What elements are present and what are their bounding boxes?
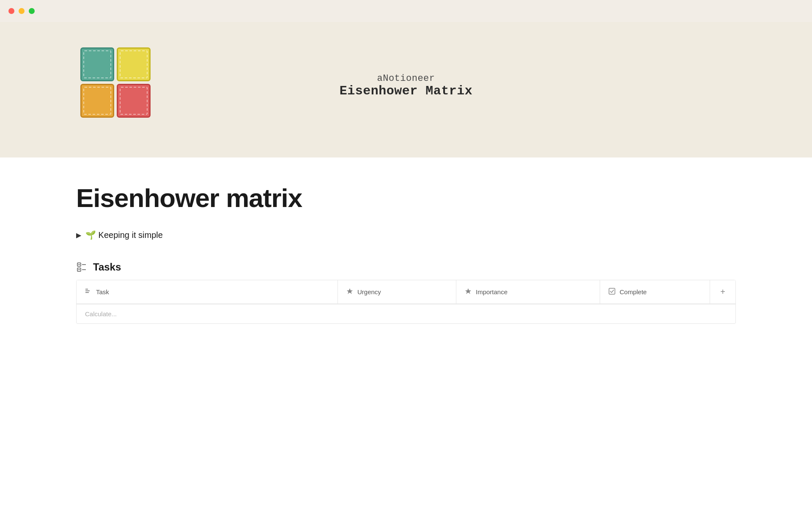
importance-col-label: Importance — [476, 288, 508, 295]
content-area: Eisenhower matrix ▶ 🌱 Keeping it simple — [0, 157, 812, 324]
task-col-label: Task — [96, 288, 109, 295]
svg-rect-9 — [609, 288, 615, 294]
collapse-arrow-icon: ▶ — [76, 231, 81, 239]
banner-text: aNotioneer Eisenhower Matrix — [340, 73, 473, 98]
close-button[interactable] — [8, 8, 14, 14]
collapsed-section-label: 🌱 Keeping it simple — [85, 230, 163, 240]
page-title: Eisenhower matrix — [76, 183, 736, 213]
matrix-cell-red — [117, 84, 151, 118]
tasks-section: Tasks Task — [76, 261, 736, 324]
matrix-cell-orange — [80, 84, 114, 118]
table-header-row: Task Urgency — [77, 280, 735, 304]
section-text: Keeping it simple — [99, 230, 163, 240]
svg-rect-8 — [85, 292, 89, 293]
table-bottom-hint: Calculate... — [77, 304, 735, 323]
complete-col-icon — [609, 288, 615, 296]
banner-title: Eisenhower Matrix — [340, 84, 473, 98]
minimize-button[interactable] — [19, 8, 25, 14]
column-importance: Importance — [456, 280, 600, 304]
tasks-table: Task Urgency — [76, 280, 736, 324]
matrix-cell-teal — [80, 47, 114, 81]
urgency-col-label: Urgency — [357, 288, 381, 295]
importance-col-icon — [465, 288, 472, 296]
complete-col-label: Complete — [620, 288, 647, 295]
task-col-icon — [85, 288, 92, 296]
window-chrome — [0, 0, 812, 22]
column-urgency: Urgency — [338, 280, 456, 304]
svg-rect-6 — [85, 289, 88, 290]
banner-subtitle: aNotioneer — [340, 73, 473, 84]
section-emoji: 🌱 — [85, 230, 96, 240]
svg-rect-7 — [85, 290, 90, 291]
add-column-button[interactable]: + — [720, 287, 725, 297]
urgency-col-icon — [346, 288, 353, 296]
tasks-header: Tasks — [76, 261, 736, 273]
add-column-area[interactable]: + — [710, 280, 735, 304]
matrix-icon — [80, 47, 151, 118]
matrix-cell-yellow — [117, 47, 151, 81]
hero-banner: aNotioneer Eisenhower Matrix — [0, 22, 812, 157]
maximize-button[interactable] — [29, 8, 35, 14]
tasks-icon — [76, 261, 88, 273]
column-task: Task — [77, 280, 338, 304]
column-complete: Complete — [600, 280, 710, 304]
tasks-title: Tasks — [93, 261, 121, 273]
collapsed-section[interactable]: ▶ 🌱 Keeping it simple — [76, 230, 736, 240]
